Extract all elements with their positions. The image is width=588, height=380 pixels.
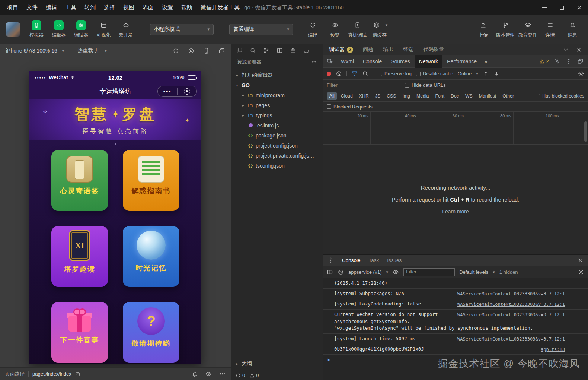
filter-chip-xhr[interactable]: XHR bbox=[357, 92, 371, 100]
debugger-button[interactable]: 调试器 bbox=[70, 20, 92, 38]
tree-item-package-json[interactable]: {} package.json bbox=[231, 130, 323, 140]
tab-output[interactable]: 输出 bbox=[383, 46, 393, 53]
clear-cache-button[interactable]: ▾ 清缓存 bbox=[368, 20, 391, 38]
tab-sources[interactable]: Sources bbox=[386, 55, 414, 68]
inspect-element-icon[interactable] bbox=[323, 58, 336, 64]
source-link[interactable]: app.ts:13 bbox=[541, 346, 565, 353]
visualization-button[interactable]: 可视化 bbox=[92, 20, 115, 38]
multi-window-icon[interactable] bbox=[218, 48, 225, 54]
copy-icon[interactable] bbox=[75, 371, 80, 377]
minimize-button[interactable] bbox=[536, 0, 553, 15]
menu-view[interactable]: 视图 bbox=[119, 0, 138, 15]
project-root[interactable]: ▾ GO bbox=[231, 80, 323, 90]
messages-button[interactable]: 消息 bbox=[561, 20, 584, 38]
learn-more-link[interactable]: Learn more bbox=[442, 209, 469, 215]
clear-console-icon[interactable] bbox=[338, 269, 344, 275]
menu-interface[interactable]: 界面 bbox=[138, 0, 158, 15]
card-time-memory[interactable]: 时光记忆 bbox=[123, 226, 179, 287]
mode-select[interactable]: 小程序模式 ▾ bbox=[150, 24, 214, 35]
source-link[interactable]: WAServiceMainContext…03233303&v=3.7.12:1 bbox=[457, 336, 565, 342]
menu-tools[interactable]: 工具 bbox=[61, 0, 80, 15]
network-settings-gear-icon[interactable] bbox=[578, 70, 584, 77]
hide-data-urls-checkbox[interactable]: Hide data URLs bbox=[405, 82, 446, 88]
filter-chip-img[interactable]: Img bbox=[400, 92, 413, 100]
source-link[interactable]: WAServiceMainContext…03233303&v=3.7.12:1 bbox=[457, 311, 565, 318]
alert-icon[interactable] bbox=[192, 371, 198, 377]
maximize-button[interactable] bbox=[553, 0, 571, 15]
more-dots-icon[interactable] bbox=[311, 59, 317, 64]
preserve-log-checkbox[interactable]: Preserve log bbox=[378, 71, 412, 76]
filter-chip-media[interactable]: Media bbox=[414, 92, 432, 100]
kebab-menu-icon[interactable] bbox=[327, 257, 334, 263]
menu-select[interactable]: 选择 bbox=[100, 0, 119, 15]
filter-chip-cloud[interactable]: Cloud bbox=[338, 92, 355, 100]
throttling-select[interactable]: Online ▾ bbox=[458, 71, 478, 76]
preview-button[interactable]: 预览 bbox=[324, 20, 346, 38]
stop-icon[interactable] bbox=[188, 48, 194, 54]
tab-network[interactable]: Network bbox=[415, 55, 442, 68]
filter-chip-js[interactable]: JS bbox=[373, 92, 383, 100]
card-heart-sign[interactable]: 心灵寄语签 bbox=[51, 150, 108, 211]
phone-icon[interactable] bbox=[203, 48, 210, 54]
clear-icon[interactable] bbox=[336, 70, 342, 77]
tab-wxml[interactable]: Wxml bbox=[336, 55, 358, 68]
menu-edit[interactable]: 编辑 bbox=[42, 0, 61, 15]
console-filter-input[interactable] bbox=[403, 268, 455, 276]
card-next-joy[interactable]: 下一件喜事 bbox=[51, 302, 108, 363]
export-har-icon[interactable] bbox=[493, 70, 500, 77]
filter-chip-other[interactable]: Other bbox=[500, 92, 517, 100]
live-expression-eye-icon[interactable] bbox=[393, 269, 399, 275]
git-branch-icon[interactable] bbox=[263, 47, 269, 54]
more-tabs-button[interactable]: » bbox=[481, 58, 490, 64]
tab-issues[interactable]: Issues bbox=[387, 257, 402, 263]
docker-icon[interactable] bbox=[303, 47, 310, 54]
scrollbar-thumb[interactable] bbox=[584, 121, 587, 142]
tree-item-tsconfig[interactable]: {} tsconfig.json bbox=[231, 161, 323, 171]
cloud-dev-button[interactable]: 云开发 bbox=[115, 20, 137, 38]
source-link[interactable]: WAServiceMainContext…03233303&v=3.7.12:1 bbox=[457, 301, 565, 308]
menu-project[interactable]: 项目 bbox=[3, 0, 22, 15]
menu-help[interactable]: 帮助 bbox=[177, 0, 196, 15]
compile-mode-select[interactable]: 普通编译 ▾ bbox=[229, 24, 293, 35]
close-button[interactable] bbox=[571, 0, 588, 15]
tree-item-pages[interactable]: ▸ pages bbox=[231, 100, 323, 110]
version-control-button[interactable]: 版本管理 bbox=[494, 20, 517, 38]
close-icon[interactable] bbox=[577, 257, 584, 263]
filter-chip-doc[interactable]: Doc bbox=[448, 92, 461, 100]
refresh-icon[interactable] bbox=[173, 48, 179, 54]
edu-kit-button[interactable]: 教育套件 bbox=[517, 20, 539, 38]
filter-chip-ws[interactable]: WS bbox=[463, 92, 475, 100]
split-editor-icon[interactable] bbox=[277, 47, 283, 54]
search-icon[interactable] bbox=[362, 70, 368, 77]
card-guide-book[interactable]: 解惑指南书 bbox=[123, 150, 179, 211]
console-sidebar-icon[interactable] bbox=[327, 269, 333, 275]
tab-problems[interactable]: 问题 bbox=[363, 46, 373, 53]
capsule-close-button[interactable] bbox=[184, 88, 190, 95]
source-link[interactable]: WAServiceMainContext…03233303&v=3.7.12:1 bbox=[457, 291, 565, 297]
tree-item-project-config[interactable]: {} project.config.json bbox=[231, 140, 323, 151]
package-icon[interactable] bbox=[290, 47, 296, 54]
filter-icon[interactable] bbox=[351, 70, 358, 77]
editor-button[interactable]: 编辑器 bbox=[48, 20, 70, 38]
tree-item-project-private-config[interactable]: {} project.private.config.js… bbox=[231, 151, 323, 161]
menu-settings[interactable]: 设置 bbox=[158, 0, 177, 15]
has-blocked-cookies-checkbox[interactable]: Has blocked cookies bbox=[536, 94, 584, 99]
device-select[interactable]: iPhone 6/7/8 100% 16 ▾ bbox=[6, 48, 64, 54]
tab-console-drawer[interactable]: Console bbox=[342, 257, 361, 263]
hot-reload-toggle[interactable]: 热重载 开 ▾ bbox=[77, 47, 106, 54]
user-avatar[interactable] bbox=[6, 22, 20, 37]
tree-item-eslintrc[interactable]: .eslintrc.js bbox=[231, 120, 323, 130]
gear-icon[interactable] bbox=[554, 58, 560, 64]
files-icon[interactable] bbox=[236, 47, 243, 54]
kebab-menu-icon[interactable] bbox=[566, 58, 572, 64]
tab-task[interactable]: Task bbox=[369, 257, 379, 263]
open-editors-section[interactable]: ▸ 打开的编辑器 bbox=[231, 70, 323, 80]
filter-chip-manifest[interactable]: Manifest bbox=[476, 92, 499, 100]
disable-cache-checkbox[interactable]: Disable cache bbox=[416, 71, 453, 76]
warning-count[interactable]: 0 bbox=[249, 373, 259, 378]
tab-code-quality[interactable]: 代码质量 bbox=[423, 46, 444, 53]
tree-item-typings[interactable]: ▸ typings bbox=[231, 110, 323, 120]
upload-button[interactable]: 上传 bbox=[472, 20, 494, 38]
filter-chip-css[interactable]: CSS bbox=[384, 92, 399, 100]
more-dots-icon[interactable] bbox=[219, 371, 226, 377]
